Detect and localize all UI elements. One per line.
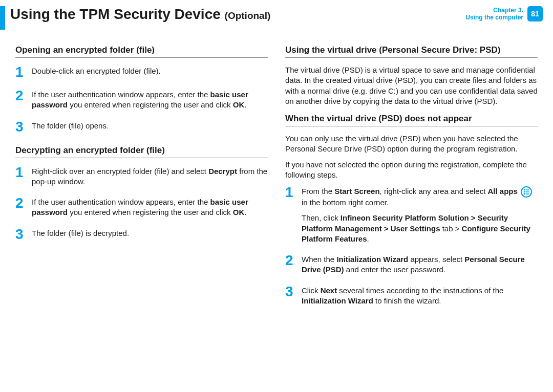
step-text: From the Start Screen, right-click any a… [302,185,538,244]
chapter-line-2: Using the computer [465,14,523,21]
step-open-3: 3 The folder (file) opens. [15,120,268,134]
step-text: If the user authentication window appear… [32,89,268,111]
psd-missing-paragraph-2: If you have not selected the option duri… [285,160,538,181]
step-decrypt-1: 1 Right-click over an encrypted folder (… [15,165,268,187]
content-columns: Opening an encrypted folder (file) 1 Dou… [0,30,553,315]
page-header: Using the TPM Security Device (Optional)… [0,0,553,30]
step-number: 2 [15,196,27,210]
step-number: 1 [15,65,27,79]
step-text: Right-click over an encrypted folder (fi… [32,165,268,187]
right-column: Using the virtual drive (Personal Secure… [285,42,538,315]
page-title: Using the TPM Security Device (Optional) [10,6,270,23]
page-title-main: Using the TPM Security Device [10,6,221,22]
svg-rect-1 [526,189,529,190]
svg-point-2 [524,191,525,193]
step-text: When the Initialization Wizard appears, … [302,253,538,275]
step-text: Double-click an encrypted folder (file). [32,65,161,76]
step-psd-1: 1 From the Start Screen, right-click any… [285,185,538,244]
header-right: Chapter 3. Using the computer 81 [465,6,543,21]
page-number-chip: 81 [527,6,543,21]
step-number: 2 [285,253,296,268]
section-heading-psd-missing: When the virtual drive (PSD) does not ap… [285,114,538,126]
psd-missing-paragraph-1: You can only use the virtual drive (PSD)… [285,134,538,155]
all-apps-icon [521,186,532,198]
step-number: 1 [285,185,296,200]
step-psd-2: 2 When the Initialization Wizard appears… [285,253,538,275]
psd-intro-paragraph: The virtual drive (PSD) is a virtual spa… [285,65,538,106]
section-heading-opening: Opening an encrypted folder (file) [15,45,268,58]
step-text: Click Next several times according to th… [302,285,538,307]
left-column: Opening an encrypted folder (file) 1 Dou… [15,42,268,315]
svg-point-4 [524,193,525,195]
step-open-1: 1 Double-click an encrypted folder (file… [15,65,268,79]
section-heading-decrypting: Decrypting an encrypted folder (file) [15,145,268,158]
section-heading-psd: Using the virtual drive (Personal Secure… [285,45,538,58]
step-number: 3 [285,285,296,299]
svg-rect-3 [526,191,529,192]
step-number: 1 [15,165,27,180]
svg-rect-5 [526,193,529,194]
step-open-2: 2 If the user authentication window appe… [15,89,268,111]
chapter-label: Chapter 3. Using the computer [465,7,523,21]
step-text: The folder (file) is decrypted. [32,227,129,238]
step-decrypt-2: 2 If the user authentication window appe… [15,196,268,218]
step-number: 2 [15,89,27,103]
step-number: 3 [15,227,27,242]
step-text: The folder (file) opens. [32,120,109,131]
step-text: If the user authentication window appear… [32,196,268,218]
page-title-suffix: (Optional) [225,10,271,21]
svg-point-0 [524,189,525,191]
page-number: 81 [531,10,539,18]
step-number: 3 [15,120,27,134]
step-psd-1-then: Then, click Infineon Security Platform S… [302,213,538,244]
header-accent-bar [0,6,5,30]
chapter-line-1: Chapter 3. [465,7,523,14]
step-decrypt-3: 3 The folder (file) is decrypted. [15,227,268,242]
step-psd-3: 3 Click Next several times according to … [285,285,538,307]
